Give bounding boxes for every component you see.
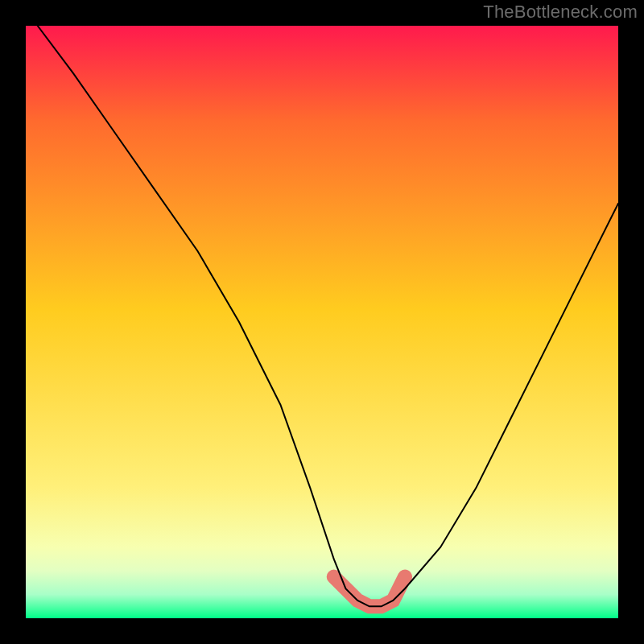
chart-frame: TheBottleneck.com — [0, 0, 644, 644]
bottleneck-curve — [38, 26, 618, 606]
watermark-text: TheBottleneck.com — [483, 2, 638, 23]
valley-highlight — [334, 577, 405, 607]
plot-area — [26, 26, 618, 618]
curve-layer — [26, 26, 618, 618]
